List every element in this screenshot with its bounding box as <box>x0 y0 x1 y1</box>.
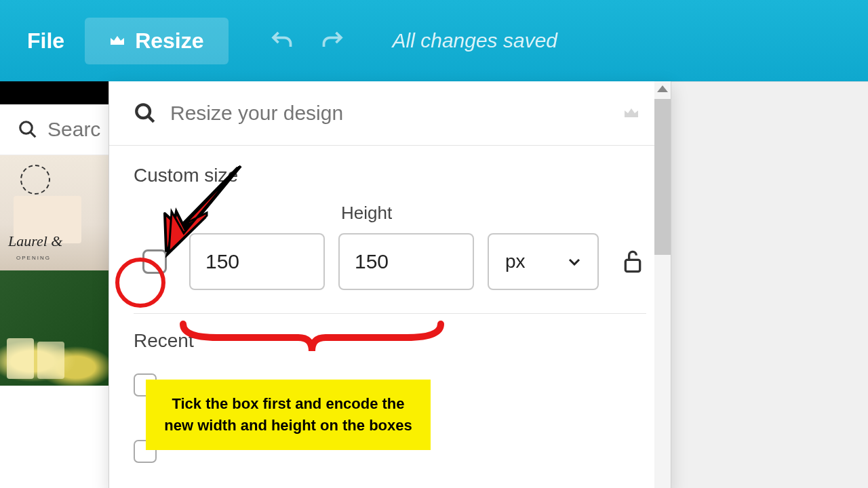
unit-value: px <box>505 251 526 272</box>
annotation-brace <box>176 319 448 359</box>
template-thumb[interactable]: Laurel & OPENING <box>0 155 108 270</box>
svg-point-2 <box>136 104 150 118</box>
undo-icon[interactable] <box>269 28 294 53</box>
scroll-up-icon[interactable] <box>657 85 668 92</box>
badge-icon <box>20 165 50 195</box>
app-header: File Resize All changes saved <box>0 0 868 81</box>
thumb-decor <box>37 342 64 379</box>
crown-icon <box>623 106 639 120</box>
height-input[interactable] <box>338 233 474 290</box>
annotation-arrow <box>153 163 248 258</box>
save-status: All changes saved <box>393 29 558 52</box>
resize-menu-button[interactable]: Resize <box>85 18 228 64</box>
lock-open-icon[interactable] <box>622 249 644 274</box>
undo-redo-group <box>269 28 345 53</box>
divider <box>134 313 646 314</box>
thumb-decor <box>7 338 34 379</box>
templates-search-input[interactable] <box>47 118 102 141</box>
crown-icon <box>109 34 125 47</box>
templates-sidebar: Laurel & OPENING <box>0 81 108 488</box>
thumb-subtitle: OPENING <box>16 255 51 261</box>
annotation-circle <box>115 258 165 308</box>
redo-icon[interactable] <box>321 28 345 53</box>
svg-point-0 <box>20 122 33 134</box>
search-icon <box>134 102 157 125</box>
resize-label: Resize <box>135 28 203 54</box>
unit-select[interactable]: px <box>488 233 599 290</box>
svg-line-1 <box>31 132 36 138</box>
templates-search[interactable] <box>0 104 108 155</box>
svg-line-3 <box>148 116 154 122</box>
panel-topbar <box>0 85 108 104</box>
resize-search-input[interactable] <box>170 102 610 125</box>
template-thumb[interactable] <box>0 270 108 386</box>
search-icon <box>18 118 38 141</box>
svg-marker-5 <box>169 167 239 252</box>
file-menu[interactable]: File <box>27 28 64 54</box>
annotation-note: Tick the box first and encode the new wi… <box>146 380 431 450</box>
resize-search-row <box>109 81 671 146</box>
height-label: Height <box>341 203 474 224</box>
thumb-title: Laurel & <box>8 232 62 250</box>
svg-rect-4 <box>625 260 639 271</box>
chevron-down-icon <box>568 258 581 266</box>
